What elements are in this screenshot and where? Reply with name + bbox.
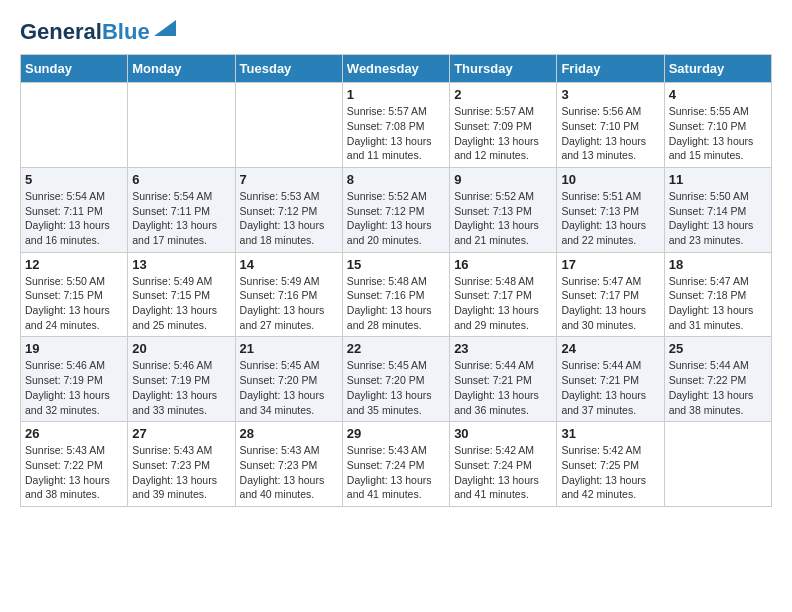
day-info: Sunrise: 5:54 AM Sunset: 7:11 PM Dayligh… (132, 189, 230, 248)
calendar-cell: 2Sunrise: 5:57 AM Sunset: 7:09 PM Daylig… (450, 83, 557, 168)
calendar-week-row: 19Sunrise: 5:46 AM Sunset: 7:19 PM Dayli… (21, 337, 772, 422)
day-info: Sunrise: 5:46 AM Sunset: 7:19 PM Dayligh… (132, 358, 230, 417)
day-number: 1 (347, 87, 445, 102)
calendar-cell: 27Sunrise: 5:43 AM Sunset: 7:23 PM Dayli… (128, 422, 235, 507)
day-number: 10 (561, 172, 659, 187)
calendar-cell: 22Sunrise: 5:45 AM Sunset: 7:20 PM Dayli… (342, 337, 449, 422)
day-number: 22 (347, 341, 445, 356)
day-number: 23 (454, 341, 552, 356)
calendar-header-row: SundayMondayTuesdayWednesdayThursdayFrid… (21, 55, 772, 83)
weekday-header-sunday: Sunday (21, 55, 128, 83)
day-info: Sunrise: 5:50 AM Sunset: 7:14 PM Dayligh… (669, 189, 767, 248)
calendar-week-row: 1Sunrise: 5:57 AM Sunset: 7:08 PM Daylig… (21, 83, 772, 168)
day-info: Sunrise: 5:43 AM Sunset: 7:22 PM Dayligh… (25, 443, 123, 502)
day-info: Sunrise: 5:46 AM Sunset: 7:19 PM Dayligh… (25, 358, 123, 417)
calendar-cell: 19Sunrise: 5:46 AM Sunset: 7:19 PM Dayli… (21, 337, 128, 422)
calendar-cell: 23Sunrise: 5:44 AM Sunset: 7:21 PM Dayli… (450, 337, 557, 422)
day-number: 9 (454, 172, 552, 187)
day-number: 27 (132, 426, 230, 441)
logo-icon (154, 20, 176, 36)
day-number: 31 (561, 426, 659, 441)
calendar-cell: 7Sunrise: 5:53 AM Sunset: 7:12 PM Daylig… (235, 167, 342, 252)
day-info: Sunrise: 5:53 AM Sunset: 7:12 PM Dayligh… (240, 189, 338, 248)
calendar-cell: 9Sunrise: 5:52 AM Sunset: 7:13 PM Daylig… (450, 167, 557, 252)
calendar-cell: 29Sunrise: 5:43 AM Sunset: 7:24 PM Dayli… (342, 422, 449, 507)
day-info: Sunrise: 5:48 AM Sunset: 7:17 PM Dayligh… (454, 274, 552, 333)
day-number: 15 (347, 257, 445, 272)
day-info: Sunrise: 5:56 AM Sunset: 7:10 PM Dayligh… (561, 104, 659, 163)
day-number: 26 (25, 426, 123, 441)
day-number: 11 (669, 172, 767, 187)
page-header: GeneralBlue (20, 20, 772, 44)
day-info: Sunrise: 5:52 AM Sunset: 7:12 PM Dayligh… (347, 189, 445, 248)
calendar-table: SundayMondayTuesdayWednesdayThursdayFrid… (20, 54, 772, 507)
calendar-cell: 20Sunrise: 5:46 AM Sunset: 7:19 PM Dayli… (128, 337, 235, 422)
day-info: Sunrise: 5:42 AM Sunset: 7:24 PM Dayligh… (454, 443, 552, 502)
day-info: Sunrise: 5:57 AM Sunset: 7:08 PM Dayligh… (347, 104, 445, 163)
day-number: 17 (561, 257, 659, 272)
day-info: Sunrise: 5:43 AM Sunset: 7:23 PM Dayligh… (240, 443, 338, 502)
day-info: Sunrise: 5:44 AM Sunset: 7:21 PM Dayligh… (561, 358, 659, 417)
calendar-week-row: 5Sunrise: 5:54 AM Sunset: 7:11 PM Daylig… (21, 167, 772, 252)
calendar-cell (235, 83, 342, 168)
day-number: 25 (669, 341, 767, 356)
weekday-header-saturday: Saturday (664, 55, 771, 83)
day-number: 4 (669, 87, 767, 102)
day-number: 5 (25, 172, 123, 187)
day-info: Sunrise: 5:50 AM Sunset: 7:15 PM Dayligh… (25, 274, 123, 333)
calendar-cell (664, 422, 771, 507)
calendar-cell: 8Sunrise: 5:52 AM Sunset: 7:12 PM Daylig… (342, 167, 449, 252)
calendar-cell: 13Sunrise: 5:49 AM Sunset: 7:15 PM Dayli… (128, 252, 235, 337)
calendar-cell: 26Sunrise: 5:43 AM Sunset: 7:22 PM Dayli… (21, 422, 128, 507)
day-number: 20 (132, 341, 230, 356)
calendar-cell: 14Sunrise: 5:49 AM Sunset: 7:16 PM Dayli… (235, 252, 342, 337)
day-number: 6 (132, 172, 230, 187)
day-number: 21 (240, 341, 338, 356)
weekday-header-friday: Friday (557, 55, 664, 83)
day-info: Sunrise: 5:49 AM Sunset: 7:16 PM Dayligh… (240, 274, 338, 333)
weekday-header-thursday: Thursday (450, 55, 557, 83)
calendar-cell: 1Sunrise: 5:57 AM Sunset: 7:08 PM Daylig… (342, 83, 449, 168)
day-number: 19 (25, 341, 123, 356)
calendar-body: 1Sunrise: 5:57 AM Sunset: 7:08 PM Daylig… (21, 83, 772, 507)
calendar-cell: 24Sunrise: 5:44 AM Sunset: 7:21 PM Dayli… (557, 337, 664, 422)
day-number: 14 (240, 257, 338, 272)
calendar-cell: 16Sunrise: 5:48 AM Sunset: 7:17 PM Dayli… (450, 252, 557, 337)
calendar-cell: 11Sunrise: 5:50 AM Sunset: 7:14 PM Dayli… (664, 167, 771, 252)
day-number: 28 (240, 426, 338, 441)
calendar-week-row: 12Sunrise: 5:50 AM Sunset: 7:15 PM Dayli… (21, 252, 772, 337)
calendar-cell: 30Sunrise: 5:42 AM Sunset: 7:24 PM Dayli… (450, 422, 557, 507)
calendar-cell: 10Sunrise: 5:51 AM Sunset: 7:13 PM Dayli… (557, 167, 664, 252)
day-number: 13 (132, 257, 230, 272)
calendar-cell: 17Sunrise: 5:47 AM Sunset: 7:17 PM Dayli… (557, 252, 664, 337)
calendar-cell (128, 83, 235, 168)
day-info: Sunrise: 5:55 AM Sunset: 7:10 PM Dayligh… (669, 104, 767, 163)
calendar-cell: 12Sunrise: 5:50 AM Sunset: 7:15 PM Dayli… (21, 252, 128, 337)
day-number: 3 (561, 87, 659, 102)
day-number: 8 (347, 172, 445, 187)
calendar-cell: 31Sunrise: 5:42 AM Sunset: 7:25 PM Dayli… (557, 422, 664, 507)
day-info: Sunrise: 5:47 AM Sunset: 7:17 PM Dayligh… (561, 274, 659, 333)
day-info: Sunrise: 5:44 AM Sunset: 7:21 PM Dayligh… (454, 358, 552, 417)
calendar-cell: 5Sunrise: 5:54 AM Sunset: 7:11 PM Daylig… (21, 167, 128, 252)
day-number: 16 (454, 257, 552, 272)
day-info: Sunrise: 5:48 AM Sunset: 7:16 PM Dayligh… (347, 274, 445, 333)
day-number: 7 (240, 172, 338, 187)
day-info: Sunrise: 5:49 AM Sunset: 7:15 PM Dayligh… (132, 274, 230, 333)
day-info: Sunrise: 5:57 AM Sunset: 7:09 PM Dayligh… (454, 104, 552, 163)
day-info: Sunrise: 5:42 AM Sunset: 7:25 PM Dayligh… (561, 443, 659, 502)
day-number: 29 (347, 426, 445, 441)
calendar-cell: 21Sunrise: 5:45 AM Sunset: 7:20 PM Dayli… (235, 337, 342, 422)
day-info: Sunrise: 5:44 AM Sunset: 7:22 PM Dayligh… (669, 358, 767, 417)
calendar-cell: 15Sunrise: 5:48 AM Sunset: 7:16 PM Dayli… (342, 252, 449, 337)
calendar-cell: 18Sunrise: 5:47 AM Sunset: 7:18 PM Dayli… (664, 252, 771, 337)
calendar-cell: 28Sunrise: 5:43 AM Sunset: 7:23 PM Dayli… (235, 422, 342, 507)
svg-marker-0 (154, 20, 176, 36)
calendar-cell: 6Sunrise: 5:54 AM Sunset: 7:11 PM Daylig… (128, 167, 235, 252)
day-number: 2 (454, 87, 552, 102)
day-info: Sunrise: 5:45 AM Sunset: 7:20 PM Dayligh… (347, 358, 445, 417)
day-info: Sunrise: 5:43 AM Sunset: 7:23 PM Dayligh… (132, 443, 230, 502)
weekday-header-wednesday: Wednesday (342, 55, 449, 83)
calendar-cell: 3Sunrise: 5:56 AM Sunset: 7:10 PM Daylig… (557, 83, 664, 168)
day-info: Sunrise: 5:52 AM Sunset: 7:13 PM Dayligh… (454, 189, 552, 248)
